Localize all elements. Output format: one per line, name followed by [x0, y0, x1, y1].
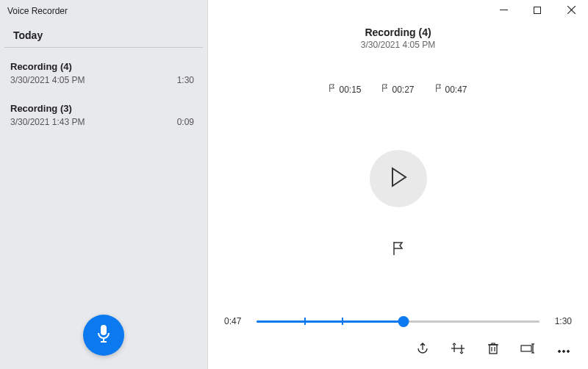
recording-title: Recording (4) [10, 61, 194, 72]
playhead-time: 0:47 [224, 316, 249, 326]
marker-chip[interactable]: 00:27 [381, 84, 414, 95]
rename-button[interactable] [519, 341, 538, 359]
recording-list-item[interactable]: Recording (4) 3/30/2021 4:05 PM 1:30 [0, 52, 207, 94]
svg-rect-4 [534, 7, 541, 14]
action-bar [208, 335, 588, 369]
marker-row: 00:15 00:27 00:47 [208, 84, 588, 95]
flag-icon [329, 84, 336, 95]
section-today-label: Today [4, 19, 203, 48]
maximize-icon [534, 4, 541, 17]
minimize-button[interactable] [487, 0, 520, 21]
app-title: Voice Recorder [0, 0, 207, 19]
timeline: 0:47 1:30 [208, 315, 588, 335]
close-button[interactable] [554, 0, 588, 21]
svg-rect-0 [101, 325, 107, 335]
rename-icon [520, 343, 537, 357]
svg-point-19 [563, 351, 565, 353]
recording-detail-title[interactable]: Recording (4) [208, 26, 588, 38]
svg-point-18 [559, 351, 561, 353]
total-time: 1:30 [547, 316, 572, 326]
svg-rect-14 [521, 345, 531, 351]
maximize-button[interactable] [520, 0, 554, 21]
close-icon [567, 4, 576, 17]
recording-list-item[interactable]: Recording (3) 3/30/2021 1:43 PM 0:09 [0, 94, 207, 136]
recording-title: Recording (3) [10, 103, 194, 114]
ellipsis-icon [557, 343, 570, 357]
sidebar: Voice Recorder Today Recording (4) 3/30/… [0, 0, 208, 369]
recording-detail-timestamp: 3/30/2021 4:05 PM [208, 40, 588, 50]
svg-point-20 [567, 351, 570, 353]
seek-slider[interactable] [257, 315, 539, 328]
recording-duration: 0:09 [177, 117, 194, 127]
recording-header: Recording (4) 3/30/2021 4:05 PM [208, 26, 588, 50]
flag-icon [392, 241, 405, 259]
minimize-icon [500, 4, 508, 17]
trash-icon [487, 342, 499, 358]
svg-rect-10 [490, 345, 497, 354]
share-button[interactable] [413, 341, 432, 359]
marker-time: 00:47 [445, 85, 467, 95]
window-controls [487, 0, 588, 21]
trim-icon [450, 343, 466, 357]
record-button[interactable] [83, 315, 124, 356]
trim-button[interactable] [448, 341, 467, 359]
play-icon [390, 167, 407, 190]
more-button[interactable] [554, 341, 573, 359]
recording-timestamp: 3/30/2021 4:05 PM [10, 75, 85, 85]
flag-icon [381, 84, 389, 95]
marker-chip[interactable]: 00:47 [435, 84, 467, 95]
detail-pane: Recording (4) 3/30/2021 4:05 PM 00:15 00… [208, 0, 588, 369]
flag-icon [435, 84, 442, 95]
marker-time: 00:27 [392, 85, 414, 95]
play-button[interactable] [370, 150, 427, 207]
microphone-icon [96, 324, 111, 346]
share-icon [416, 342, 429, 358]
recording-duration: 1:30 [177, 75, 194, 85]
marker-time: 00:15 [339, 85, 361, 95]
delete-button[interactable] [484, 341, 503, 359]
add-marker-button[interactable] [385, 240, 412, 260]
recording-timestamp: 3/30/2021 1:43 PM [10, 117, 85, 127]
marker-chip[interactable]: 00:15 [329, 84, 361, 95]
